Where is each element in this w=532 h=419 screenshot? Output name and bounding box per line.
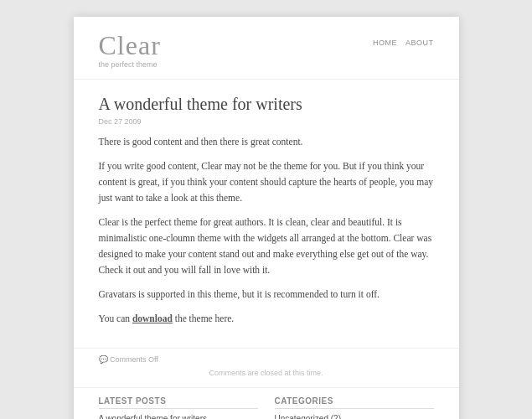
comments-section: 💬 Comments Off Comments are closed at th… [74, 348, 459, 387]
main-content: A wonderful theme for writers Dec 27 200… [74, 80, 459, 344]
post-para-3: Clear is the perfect theme for great aut… [99, 215, 434, 278]
widget-categories-title: Categories [275, 396, 434, 409]
post-para-5: You can download the theme here. [99, 311, 434, 327]
list-item: Uncategorized (2) [275, 413, 434, 419]
comments-icon: 💬 [99, 355, 108, 364]
widget-col-right: Categories Uncategorized (2) Monthly Dec… [275, 396, 434, 419]
widget-col-left: Latest Posts A wonderful theme for write… [99, 396, 258, 419]
header: Clear the perfect theme Home About [74, 17, 459, 80]
comments-status: Comments Off [110, 355, 158, 364]
post-para-2: If you write good content, Clear may not… [99, 158, 434, 206]
footer-widgets: Latest Posts A wonderful theme for write… [74, 387, 459, 419]
page-wrapper: Clear the perfect theme Home About A won… [74, 17, 459, 419]
widget-latest-posts: Latest Posts A wonderful theme for write… [99, 396, 258, 419]
post-body: There is good content and then there is … [99, 134, 434, 327]
main-nav: Home About [373, 39, 434, 47]
list-item: A wonderful theme for writers [99, 413, 258, 419]
categories-list: Uncategorized (2) [275, 413, 434, 419]
widget-latest-posts-title: Latest Posts [99, 396, 258, 409]
site-title: Clear [99, 32, 161, 59]
post-para-4: Gravatars is supported in this theme, bu… [99, 287, 434, 303]
site-title-block: Clear the perfect theme [99, 32, 161, 69]
widget-categories: Categories Uncategorized (2) [275, 396, 434, 419]
site-tagline: the perfect theme [99, 60, 161, 69]
post-title: A wonderful theme for writers [99, 95, 434, 114]
download-link[interactable]: download [132, 313, 173, 323]
post-para-1: There is good content and then there is … [99, 134, 434, 150]
comments-closed-message: Comments are closed at this time. [99, 369, 434, 377]
post-date: Dec 27 2009 [99, 117, 434, 126]
latest-posts-list: A wonderful theme for writers Hello worl… [99, 413, 258, 419]
nav-home-link[interactable]: Home [373, 39, 397, 47]
nav-about-link[interactable]: About [405, 39, 434, 47]
comments-off: 💬 Comments Off [99, 355, 434, 364]
